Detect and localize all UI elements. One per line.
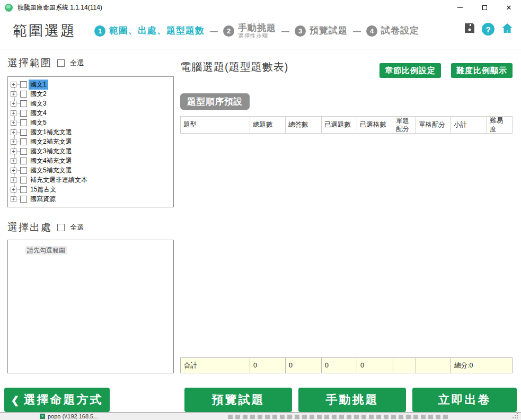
back-to-mode-button[interactable]: ❮ 選擇命題方式: [4, 388, 110, 412]
ratio-buttons: 章節比例設定 難度比例顯示: [379, 63, 513, 78]
tree-item-label[interactable]: 國文1補充文選: [29, 127, 74, 137]
maximize-button[interactable]: [472, 0, 497, 15]
tree-item[interactable]: +國文2補充文選: [8, 137, 173, 146]
expand-plus-icon[interactable]: +: [11, 196, 16, 202]
source-section-header: 選擇出處 全選: [7, 221, 174, 234]
tree-item[interactable]: +國寫資源: [8, 194, 173, 204]
expand-plus-icon[interactable]: +: [11, 177, 16, 183]
generate-paper-button[interactable]: 立即出卷: [412, 388, 517, 412]
tree-item-checkbox[interactable]: [20, 196, 27, 203]
expand-plus-icon[interactable]: +: [11, 129, 16, 135]
tree-item-label[interactable]: 國文5補充文選: [29, 165, 74, 176]
step-1[interactable]: 1範圍、出處、題型題數: [94, 25, 205, 37]
footer-total-score: 總分:0: [451, 357, 513, 373]
step-2[interactable]: 2手動挑題選擇性步驟: [223, 23, 276, 39]
expand-plus-icon[interactable]: +: [11, 168, 16, 173]
range-tree: +國文1+國文2+國文3+國文4+國文5+國文1補充文選+國文2補充文選+國文3…: [7, 76, 174, 207]
tree-item-checkbox[interactable]: [20, 129, 27, 136]
step-4[interactable]: 4試卷設定: [366, 25, 419, 37]
tree-item-checkbox[interactable]: [20, 81, 27, 88]
step-label: 手動挑題: [238, 23, 276, 33]
main-header: 電腦選題(題型題數表) 章節比例設定 難度比例顯示: [180, 56, 513, 78]
help-icon[interactable]: ?: [482, 23, 494, 36]
tree-item-label[interactable]: 國文5: [29, 118, 48, 128]
expand-plus-icon[interactable]: +: [11, 158, 16, 164]
tree-item[interactable]: +15篇古文: [8, 185, 173, 194]
tree-item[interactable]: +國文5: [8, 118, 173, 127]
source-select-all-checkbox[interactable]: [57, 224, 65, 231]
minimize-button[interactable]: [448, 0, 472, 15]
column-header: 題型: [180, 116, 250, 134]
footer-total-cell: 0: [322, 357, 357, 373]
tree-item[interactable]: +國文4: [8, 108, 173, 118]
step-label: 預覽試題: [310, 25, 348, 36]
tree-connector: [17, 170, 20, 171]
source-title: 選擇出處: [7, 221, 52, 234]
tree-item-label[interactable]: 國文2補充文選: [29, 137, 74, 147]
tree-item[interactable]: +國文1補充文選: [8, 127, 173, 137]
background-file-item[interactable]: x popo (\\192.168.5...: [40, 413, 98, 419]
tree-connector: [17, 189, 20, 190]
step-number-badge: 3: [295, 25, 306, 37]
step-sublabel: 選擇性步驟: [238, 33, 276, 39]
tree-item-label[interactable]: 國寫資源: [29, 194, 57, 204]
expand-plus-icon[interactable]: +: [11, 110, 16, 116]
expand-plus-icon[interactable]: +: [11, 148, 16, 154]
source-list-box: 請先勾選範圍: [7, 240, 174, 373]
expand-plus-icon[interactable]: +: [11, 120, 16, 126]
tree-item-checkbox[interactable]: [20, 91, 27, 98]
tree-connector: [17, 132, 20, 133]
tree-item[interactable]: +補充文選非連續文本: [8, 175, 173, 185]
step-3[interactable]: 3預覽試題: [295, 25, 348, 37]
expand-plus-icon[interactable]: +: [11, 101, 16, 107]
resize-grip[interactable]: [513, 413, 518, 418]
difficulty-ratio-button[interactable]: 難度比例顯示: [451, 63, 513, 78]
column-header: 難易度: [487, 116, 513, 134]
tree-item-checkbox[interactable]: [20, 100, 27, 107]
tree-item-label[interactable]: 15篇古文: [29, 185, 58, 195]
chapter-ratio-button[interactable]: 章節比例設定: [379, 63, 441, 78]
column-header: 總題數: [250, 116, 286, 134]
tree-item[interactable]: +國文3: [8, 99, 173, 108]
tree-item-checkbox[interactable]: [20, 119, 27, 126]
tree-connector: [17, 180, 20, 180]
tree-connector: [17, 151, 20, 152]
tree-item-checkbox[interactable]: [20, 110, 27, 117]
footer-total-cell: 0: [357, 357, 393, 373]
back-button-label: 選擇命題方式: [23, 392, 103, 408]
preview-questions-button[interactable]: 預覽試題: [184, 388, 292, 412]
type-order-preset-button[interactable]: 題型順序預設: [180, 93, 250, 110]
tree-item[interactable]: +國文3補充文選: [8, 146, 173, 156]
tree-item-label[interactable]: 國文2: [29, 89, 48, 99]
tree-item-checkbox[interactable]: [20, 167, 27, 174]
tree-item[interactable]: +國文2: [8, 89, 173, 99]
tree-item[interactable]: +國文4補充文選: [8, 156, 173, 165]
tree-item-label[interactable]: 國文4補充文選: [29, 156, 74, 166]
tree-item-label[interactable]: 補充文選非連續文本: [29, 175, 89, 185]
tree-item-checkbox[interactable]: [20, 186, 27, 193]
footer-total-cell: 0: [286, 357, 322, 373]
tree-item-checkbox[interactable]: [20, 148, 27, 155]
tree-item-checkbox[interactable]: [20, 138, 27, 145]
maximize-icon: [482, 5, 487, 10]
manual-pick-button[interactable]: 手動挑題: [298, 388, 406, 412]
expand-plus-icon[interactable]: +: [11, 187, 16, 192]
chevron-left-icon: ❮: [11, 394, 20, 406]
tree-item-checkbox[interactable]: [20, 177, 27, 183]
tree-item-label[interactable]: 國文3: [29, 99, 48, 109]
range-select-all-checkbox[interactable]: [57, 59, 65, 67]
step-text: 手動挑題選擇性步驟: [238, 23, 276, 39]
tree-item-label[interactable]: 國文4: [29, 108, 48, 118]
tree-item[interactable]: +國文5補充文選: [8, 165, 173, 175]
tree-item-label[interactable]: 國文1: [29, 80, 48, 90]
tree-item[interactable]: +國文1: [8, 80, 173, 89]
save-icon[interactable]: [464, 22, 475, 36]
expand-plus-icon[interactable]: +: [11, 82, 16, 88]
expand-plus-icon[interactable]: +: [11, 139, 16, 145]
home-icon[interactable]: [501, 22, 514, 37]
tree-item-checkbox[interactable]: [20, 158, 27, 164]
tree-connector: [17, 199, 20, 199]
tree-item-label[interactable]: 國文3補充文選: [29, 146, 74, 156]
expand-plus-icon[interactable]: +: [11, 91, 16, 97]
close-button[interactable]: ✕: [497, 0, 521, 15]
